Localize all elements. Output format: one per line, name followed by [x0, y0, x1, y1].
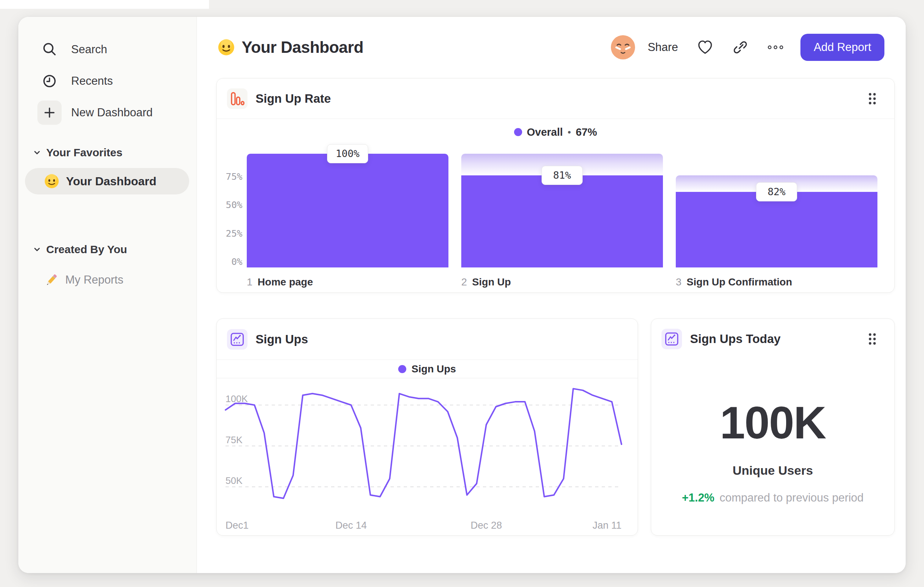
sidebar-item-new-dashboard[interactable]: New Dashboard	[18, 97, 196, 128]
chevron-down-icon	[31, 244, 43, 255]
legend-series-name: Overall	[527, 126, 563, 138]
card-title: Sign Ups Today	[690, 332, 780, 346]
funnel-y-tick-label: 50%	[217, 200, 243, 210]
legend-dot	[398, 365, 406, 373]
sign-up-rate-card: Sign Up Rate Overall • 67% 75%50%25%0%10…	[216, 78, 895, 293]
favorite-heart-icon[interactable]	[697, 39, 713, 55]
plus-icon	[37, 101, 62, 125]
share-button[interactable]: Share	[648, 41, 678, 54]
page-header: Your Dashboard Share Add Report	[197, 17, 906, 78]
funnel-conversion-tooltip: 82%	[756, 182, 797, 202]
sidebar-section-your-favorites[interactable]: Your Favorites	[18, 142, 196, 164]
funnel-step-name: Home page	[258, 276, 313, 288]
sign-ups-card: Sign Ups Sign Ups 100K75K50K Dec1Dec 14D…	[216, 318, 638, 536]
legend-overall-value: 67%	[576, 126, 597, 138]
add-report-button[interactable]: Add Report	[800, 34, 884, 61]
line-chart-icon	[227, 329, 248, 350]
main-content: Your Dashboard Share Add Report	[197, 17, 906, 573]
smiley-emoji-icon	[218, 38, 235, 56]
sidebar-item-label: Recents	[71, 74, 113, 88]
funnel-bar-dropoff	[676, 175, 878, 192]
line-chart-icon	[662, 329, 682, 349]
funnel-bars-icon	[227, 88, 248, 109]
funnel-bar	[676, 192, 878, 268]
stat-value: 100K	[651, 397, 894, 449]
more-dots-icon[interactable]	[767, 39, 784, 55]
legend-separator: •	[568, 127, 571, 138]
drag-handle-icon[interactable]	[866, 331, 879, 347]
card-title: Sign Up Rate	[256, 92, 331, 106]
sign-ups-line-svg	[226, 378, 622, 517]
funnel-step-label: 3Sign Up Confirmation	[676, 276, 792, 288]
funnel-y-tick-label: 25%	[217, 228, 243, 239]
funnel-step-name: Sign Up Confirmation	[687, 276, 792, 288]
funnel-step-label: 2Sign Up	[461, 276, 511, 288]
card-title: Sign Ups	[256, 332, 308, 346]
funnel-y-tick-label: 0%	[217, 256, 243, 267]
funnel-step-index: 3	[676, 276, 681, 288]
legend-dot	[514, 128, 522, 136]
line-x-tick-label: Dec 28	[464, 520, 508, 531]
line-chart-x-axis: Dec1Dec 14Dec 28Jan 11	[226, 517, 622, 534]
funnel-step-index: 1	[247, 276, 252, 288]
legend-series-name: Sign Ups	[411, 363, 456, 375]
line-y-tick-label: 100K	[226, 393, 248, 405]
line-x-tick-label: Dec1	[226, 520, 249, 531]
funnel-conversion-tooltip: 100%	[327, 144, 368, 163]
line-chart-plot: 100K75K50K	[226, 378, 622, 517]
page-title: Your Dashboard	[242, 38, 363, 56]
sidebar-item-my-reports[interactable]: My Reports	[18, 266, 196, 294]
funnel-step-label: 1Home page	[247, 276, 313, 288]
drag-handle-icon[interactable]	[866, 91, 879, 107]
sign-ups-today-card: Sign Ups Today 100K Unique Users +1.2% c…	[651, 318, 895, 536]
search-icon	[37, 37, 62, 62]
chevron-down-icon	[31, 147, 43, 158]
sidebar: Search Recents New Dashboard Your Favori…	[18, 17, 197, 573]
pencil-emoji-icon	[44, 273, 59, 287]
section-label: Created By You	[46, 243, 127, 256]
clock-icon	[37, 69, 62, 93]
funnel-legend: Overall • 67%	[217, 122, 894, 142]
stat-delta: +1.2%	[682, 491, 714, 504]
sidebar-item-label: My Reports	[65, 273, 123, 286]
funnel-step-index: 2	[461, 276, 467, 288]
sidebar-section-created-by-you[interactable]: Created By You	[18, 238, 196, 260]
funnel-bar	[247, 154, 449, 268]
funnel-step-name: Sign Up	[472, 276, 511, 288]
stat-sublabel: Unique Users	[651, 463, 894, 478]
app-panel: Search Recents New Dashboard Your Favori…	[18, 17, 906, 573]
sidebar-item-recents[interactable]: Recents	[18, 65, 196, 97]
sidebar-item-label: New Dashboard	[71, 106, 153, 119]
line-x-tick-label: Jan 11	[592, 520, 622, 531]
smiley-emoji-icon	[44, 174, 59, 189]
line-y-tick-label: 75K	[226, 434, 243, 446]
section-label: Your Favorites	[46, 146, 122, 159]
sidebar-item-label: Search	[71, 43, 107, 56]
card-header: Sign Ups Today	[651, 319, 894, 359]
line-x-tick-label: Dec 14	[329, 520, 373, 531]
sidebar-item-label: Your Dashboard	[66, 175, 157, 188]
sidebar-item-your-dashboard[interactable]: Your Dashboard	[25, 168, 189, 194]
funnel-bar	[461, 175, 663, 268]
window-top-strip	[0, 0, 209, 9]
funnel-bar-dropoff	[461, 154, 663, 175]
funnel-conversion-tooltip: 81%	[541, 166, 582, 185]
avatar[interactable]	[611, 35, 635, 60]
card-header: Sign Ups	[217, 319, 638, 360]
line-y-tick-label: 50K	[226, 475, 243, 486]
stat-delta-note: compared to previous period	[719, 491, 863, 504]
sidebar-item-search[interactable]: Search	[18, 34, 196, 65]
funnel-y-tick-label: 75%	[217, 171, 243, 182]
line-legend: Sign Ups	[217, 360, 638, 378]
copy-link-icon[interactable]	[732, 39, 748, 55]
stat-delta-row: +1.2% compared to previous period	[651, 491, 894, 504]
card-header: Sign Up Rate	[217, 79, 894, 119]
